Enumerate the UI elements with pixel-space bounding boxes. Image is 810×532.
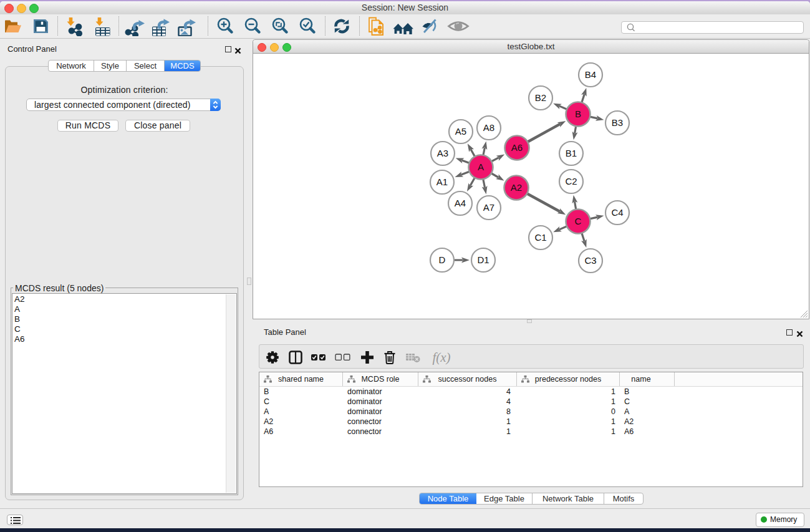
- svg-text:A6: A6: [511, 142, 523, 153]
- svg-text:A2: A2: [511, 182, 522, 193]
- svg-text:A1: A1: [436, 177, 448, 187]
- svg-text:A7: A7: [483, 202, 494, 213]
- svg-text:C3: C3: [584, 255, 596, 266]
- svg-text:A3: A3: [437, 148, 448, 158]
- svg-text:B2: B2: [535, 92, 546, 103]
- svg-text:B1: B1: [566, 148, 577, 158]
- svg-text:A8: A8: [483, 122, 494, 133]
- svg-text:A: A: [478, 162, 484, 172]
- svg-text:C2: C2: [565, 176, 577, 186]
- svg-text:A4: A4: [455, 198, 466, 208]
- svg-text:B: B: [575, 109, 581, 119]
- svg-text:C4: C4: [611, 207, 623, 218]
- svg-text:D1: D1: [477, 254, 489, 265]
- svg-text:B3: B3: [612, 117, 623, 128]
- svg-text:C: C: [575, 216, 582, 226]
- svg-text:D: D: [439, 254, 446, 265]
- svg-text:A5: A5: [455, 126, 466, 137]
- svg-text:C1: C1: [534, 232, 546, 243]
- svg-text:B4: B4: [585, 69, 596, 80]
